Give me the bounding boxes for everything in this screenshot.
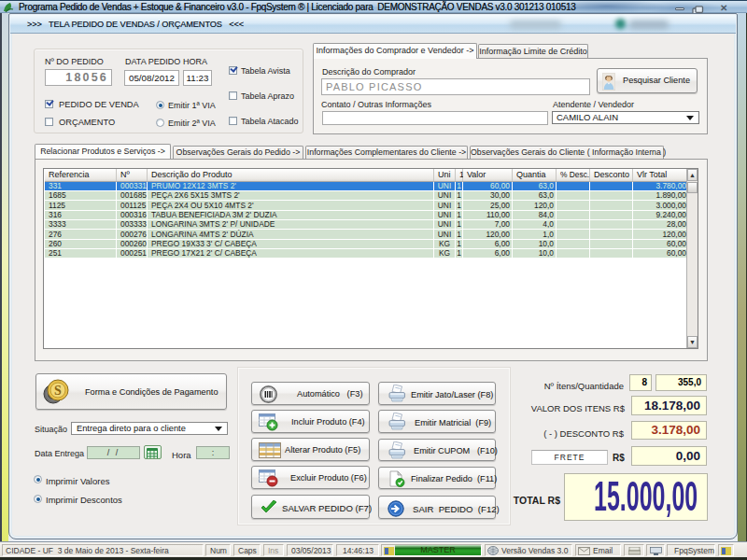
svg-text:S: S xyxy=(54,384,62,398)
